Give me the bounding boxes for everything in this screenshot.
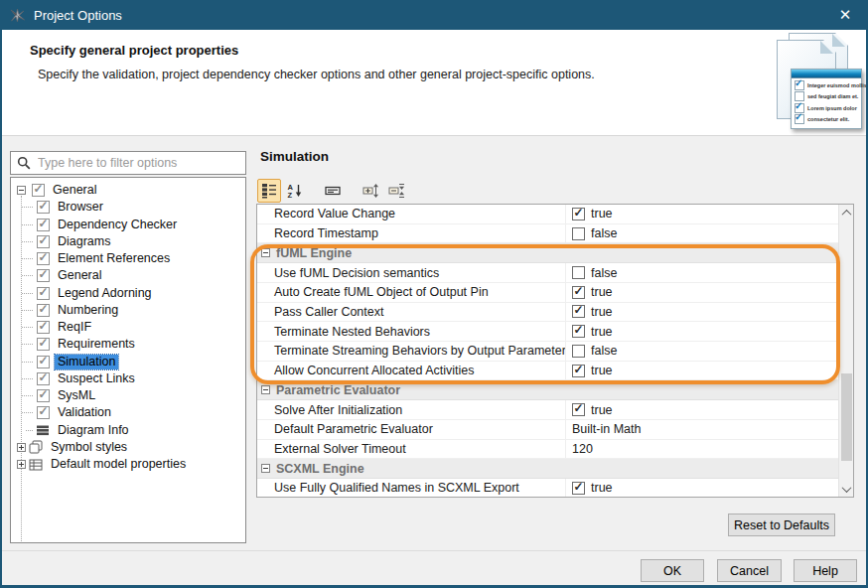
tree-item-checkbox[interactable] bbox=[37, 321, 50, 334]
tree-item-sysml[interactable]: SysML bbox=[11, 387, 245, 404]
tree-item-label[interactable]: ReqIF bbox=[55, 320, 94, 335]
ok-button[interactable]: OK bbox=[641, 559, 704, 582]
expand-all-button[interactable] bbox=[359, 179, 382, 203]
tree-item-label[interactable]: Simulation bbox=[55, 355, 118, 369]
tree-item-label[interactable]: Requirements bbox=[55, 337, 138, 352]
property-value-cell[interactable]: true bbox=[566, 305, 838, 319]
property-group-parametric-evaluator[interactable]: Parametric Evaluator bbox=[257, 380, 838, 400]
property-row-auto-create-fuml-object-of-output-pin[interactable]: Auto Create fUML Object of Output Pintru… bbox=[257, 283, 838, 303]
tree-item-diagram-info[interactable]: Diagram Info bbox=[11, 422, 245, 439]
value-checkbox[interactable] bbox=[572, 208, 585, 220]
tree-item-checkbox[interactable] bbox=[37, 304, 50, 317]
tree-item-browser[interactable]: Browser bbox=[11, 199, 245, 216]
collapse-expander-icon[interactable] bbox=[261, 248, 270, 257]
property-value-cell[interactable]: true bbox=[566, 207, 838, 220]
property-value-cell[interactable]: true bbox=[566, 481, 838, 495]
property-row-use-fuml-decision-semantics[interactable]: Use fUML Decision semanticsfalse bbox=[257, 263, 838, 283]
tree-item-dependency-checker[interactable]: Dependency Checker bbox=[11, 217, 245, 233]
tree-item-label[interactable]: Legend Adorning bbox=[55, 286, 155, 301]
property-value-cell[interactable]: false bbox=[566, 344, 838, 358]
property-row-record-value-change[interactable]: Record Value Changetrue bbox=[257, 205, 838, 224]
reset-to-defaults-button[interactable]: Reset to Defaults bbox=[728, 514, 835, 536]
tree-item-label[interactable]: General bbox=[55, 268, 104, 283]
tree-item-label[interactable]: General bbox=[50, 183, 99, 198]
tree-item-label[interactable]: Diagram Info bbox=[55, 423, 132, 438]
options-tree[interactable]: General BrowserDependency CheckerDiagram… bbox=[10, 177, 246, 543]
tree-item-validation[interactable]: Validation bbox=[11, 404, 245, 421]
tree-item-simulation[interactable]: Simulation bbox=[11, 354, 245, 370]
value-checkbox[interactable] bbox=[572, 266, 585, 279]
tree-item-checkbox[interactable] bbox=[37, 235, 50, 248]
vertical-scrollbar[interactable] bbox=[838, 205, 853, 497]
tree-item-label[interactable]: Dependency Checker bbox=[55, 218, 180, 232]
property-value-cell[interactable]: true bbox=[566, 403, 838, 417]
tree-item-checkbox[interactable] bbox=[37, 201, 50, 214]
tree-item-reqif[interactable]: ReqIF bbox=[11, 319, 245, 336]
property-value-cell[interactable]: true bbox=[566, 364, 838, 377]
tree-item-checkbox[interactable] bbox=[37, 389, 50, 402]
tree-item-label[interactable]: Validation bbox=[55, 405, 114, 420]
tree-item-checkbox[interactable] bbox=[37, 287, 50, 300]
property-row-pass-caller-context[interactable]: Pass Caller Contexttrue bbox=[257, 303, 838, 323]
scroll-down-button[interactable] bbox=[839, 481, 854, 497]
filter-field[interactable] bbox=[10, 151, 246, 175]
tree-item-label[interactable]: Diagrams bbox=[55, 234, 114, 249]
expand-expander-icon[interactable] bbox=[17, 443, 26, 452]
tree-item-numbering[interactable]: Numbering bbox=[11, 302, 245, 319]
property-row-use-fully-qualified-names-in-scxml-export[interactable]: Use Fully Qualified Names in SCXML Expor… bbox=[257, 479, 838, 497]
property-value-cell[interactable]: Built-in Math bbox=[566, 422, 838, 436]
tree-item-checkbox[interactable] bbox=[37, 252, 50, 265]
value-checkbox[interactable] bbox=[572, 286, 585, 299]
tree-item-legend-adorning[interactable]: Legend Adorning bbox=[11, 285, 245, 302]
property-group-scxml-engine[interactable]: SCXML Engine bbox=[257, 459, 838, 479]
tree-item-label[interactable]: Browser bbox=[55, 200, 106, 215]
property-row-external-solver-timeout[interactable]: External Solver Timeout120 bbox=[257, 440, 838, 460]
tree-item-checkbox[interactable] bbox=[37, 338, 50, 351]
property-row-terminate-streaming-behaviors-by-output-parameter-multiplicity[interactable]: Terminate Streaming Behaviors by Output … bbox=[257, 342, 838, 362]
value-checkbox[interactable] bbox=[572, 227, 585, 240]
tree-item-symbol-styles[interactable]: Symbol styles bbox=[11, 439, 245, 456]
property-value-cell[interactable]: false bbox=[566, 266, 838, 280]
property-row-solve-after-initialization[interactable]: Solve After Initializationtrue bbox=[257, 400, 838, 420]
value-checkbox[interactable] bbox=[572, 403, 585, 416]
property-value-cell[interactable]: false bbox=[566, 226, 838, 240]
property-value-cell[interactable]: true bbox=[566, 285, 838, 299]
collapse-expander-icon[interactable] bbox=[261, 385, 270, 394]
tree-item-checkbox[interactable] bbox=[37, 372, 50, 385]
categorized-view-button[interactable] bbox=[257, 179, 281, 203]
tree-item-requirements[interactable]: Requirements bbox=[11, 336, 245, 353]
property-row-terminate-nested-behaviors[interactable]: Terminate Nested Behaviorstrue bbox=[257, 322, 838, 342]
property-value-cell[interactable]: true bbox=[566, 325, 838, 339]
close-button[interactable]: ✕ bbox=[822, 0, 868, 30]
tree-item-general-root[interactable]: General bbox=[11, 182, 245, 199]
tree-item-element-references[interactable]: Element References bbox=[11, 250, 245, 267]
filter-input[interactable] bbox=[36, 155, 245, 171]
tree-item-checkbox[interactable] bbox=[37, 406, 50, 419]
value-checkbox[interactable] bbox=[572, 305, 585, 318]
value-checkbox[interactable] bbox=[572, 482, 585, 495]
show-description-button[interactable] bbox=[321, 179, 345, 203]
sort-alphabetically-button[interactable]: A Z bbox=[283, 179, 307, 203]
property-row-allow-concurrent-allocated-activities[interactable]: Allow Concurrent Allocated Activitiestru… bbox=[257, 362, 838, 381]
tree-item-diagrams[interactable]: Diagrams bbox=[11, 233, 245, 250]
scroll-up-button[interactable] bbox=[839, 205, 854, 220]
value-checkbox[interactable] bbox=[572, 345, 585, 358]
tree-item-label[interactable]: Element References bbox=[55, 251, 173, 266]
expand-expander-icon[interactable] bbox=[17, 460, 26, 469]
tree-item-label[interactable]: Default model properties bbox=[48, 457, 189, 472]
tree-item-label[interactable]: Suspect Links bbox=[55, 371, 138, 386]
tree-item-default-model-properties[interactable]: Default model properties bbox=[11, 456, 245, 473]
collapse-expander-icon[interactable] bbox=[261, 464, 270, 473]
collapse-expander-icon[interactable] bbox=[17, 186, 26, 195]
property-group-fuml-engine[interactable]: fUML Engine bbox=[257, 243, 838, 263]
value-checkbox[interactable] bbox=[572, 325, 585, 338]
collapse-all-button[interactable] bbox=[384, 179, 408, 203]
tree-item-checkbox[interactable] bbox=[37, 219, 50, 231]
property-row-record-timestamp[interactable]: Record Timestampfalse bbox=[257, 224, 838, 244]
property-value-cell[interactable]: 120 bbox=[566, 442, 838, 456]
value-checkbox[interactable] bbox=[572, 365, 585, 377]
help-button[interactable]: Help bbox=[794, 559, 857, 582]
tree-item-label[interactable]: SysML bbox=[55, 388, 98, 403]
property-row-default-parametric-evaluator[interactable]: Default Parametric EvaluatorBuilt-in Mat… bbox=[257, 420, 838, 440]
tree-item-label[interactable]: Numbering bbox=[55, 303, 121, 318]
